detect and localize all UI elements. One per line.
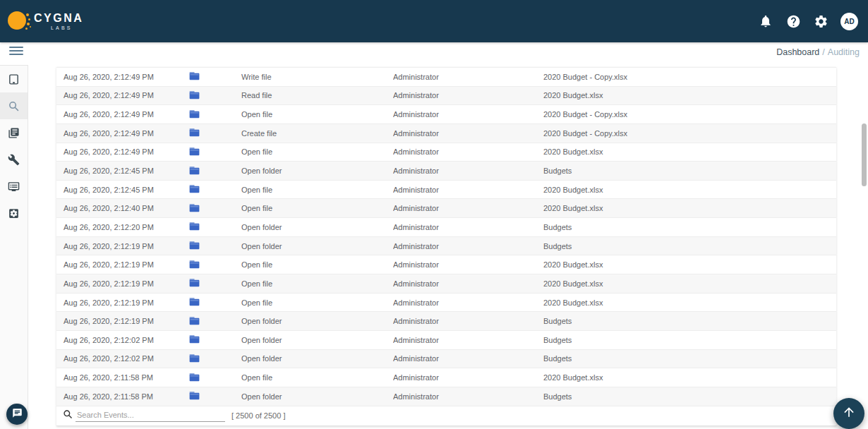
- table-row[interactable]: Aug 26, 2020, 2:12:49 PM Open file Admin…: [56, 143, 836, 162]
- table-row[interactable]: Aug 26, 2020, 2:12:45 PM Open file Admin…: [56, 181, 836, 200]
- folder-icon: [189, 373, 200, 383]
- event-icon-cell: [189, 241, 241, 251]
- breadcrumb-dashboard[interactable]: Dashboard: [776, 47, 819, 57]
- event-target: 2020 Budget - Copy.xlsx: [543, 129, 836, 138]
- table-row[interactable]: Aug 26, 2020, 2:11:58 PM Open file Admin…: [56, 368, 836, 387]
- table-row[interactable]: Aug 26, 2020, 2:12:02 PM Open folder Adm…: [56, 350, 836, 369]
- folder-icon: [189, 260, 200, 270]
- table-row[interactable]: Aug 26, 2020, 2:12:49 PM Read file Admin…: [56, 87, 836, 106]
- app-header: CYGNA LABS AD: [0, 0, 868, 42]
- event-target: 2020 Budget - Copy.xlsx: [543, 110, 836, 119]
- folder-icon: [189, 90, 200, 101]
- event-operation: Open file: [241, 298, 393, 307]
- settings-icon[interactable]: [813, 13, 828, 29]
- table-row[interactable]: Aug 26, 2020, 2:12:19 PM Open file Admin…: [56, 294, 836, 313]
- folder-icon: [189, 241, 200, 251]
- sidebar-item-monitor[interactable]: [0, 173, 28, 200]
- table-row[interactable]: Aug 26, 2020, 2:12:20 PM Open folder Adm…: [56, 218, 836, 237]
- sidebar-item-app-settings[interactable]: [0, 200, 28, 226]
- event-user: Administrator: [393, 354, 543, 363]
- app-settings-icon: [8, 207, 20, 219]
- sidebar-item-devices[interactable]: [0, 66, 28, 92]
- event-target: Budgets: [543, 392, 836, 401]
- table-row[interactable]: Aug 26, 2020, 2:12:40 PM Open file Admin…: [56, 199, 836, 218]
- event-icon-cell: [189, 184, 241, 195]
- folder-icon: [189, 184, 200, 195]
- event-operation: Open folder: [241, 354, 393, 363]
- user-avatar[interactable]: AD: [840, 13, 858, 30]
- event-operation: Write file: [241, 73, 393, 81]
- event-icon-cell: [189, 147, 241, 157]
- table-row[interactable]: Aug 26, 2020, 2:12:49 PM Create file Adm…: [56, 124, 836, 143]
- event-target: 2020 Budget.xlsx: [543, 147, 836, 156]
- event-operation: Open folder: [241, 167, 393, 175]
- event-user: Administrator: [393, 204, 543, 212]
- event-operation: Open file: [241, 204, 393, 212]
- table-row[interactable]: Aug 26, 2020, 2:12:19 PM Open file Admin…: [56, 274, 836, 294]
- event-timestamp: Aug 26, 2020, 2:12:49 PM: [56, 147, 189, 156]
- event-timestamp: Aug 26, 2020, 2:12:19 PM: [56, 298, 189, 307]
- sidebar-item-tools[interactable]: [0, 146, 28, 173]
- event-target: 2020 Budget.xlsx: [543, 186, 836, 194]
- event-icon-cell: [189, 391, 241, 401]
- folder-icon: [189, 354, 200, 364]
- event-target: Budgets: [543, 242, 836, 250]
- event-user: Administrator: [393, 392, 543, 401]
- search-events-input[interactable]: [76, 409, 225, 422]
- event-operation: Read file: [241, 91, 393, 99]
- event-timestamp: Aug 26, 2020, 2:12:49 PM: [56, 91, 189, 99]
- event-icon-cell: [189, 297, 241, 308]
- event-timestamp: Aug 26, 2020, 2:12:49 PM: [56, 110, 189, 119]
- event-user: Administrator: [393, 279, 543, 288]
- folder-icon: [189, 316, 200, 327]
- event-user: Administrator: [393, 336, 543, 344]
- event-timestamp: Aug 26, 2020, 2:12:45 PM: [56, 186, 189, 194]
- event-user: Administrator: [393, 110, 543, 119]
- vertical-scrollbar-thumb[interactable]: [862, 123, 867, 186]
- table-row[interactable]: Aug 26, 2020, 2:12:19 PM Open file Admin…: [56, 255, 836, 274]
- table-row[interactable]: Aug 26, 2020, 2:12:19 PM Open folder Adm…: [56, 312, 836, 331]
- chat-button[interactable]: [6, 404, 28, 425]
- arrow-up-icon: [842, 405, 856, 422]
- event-operation: Open file: [241, 147, 393, 156]
- result-count: [ 2500 of 2500 ]: [231, 411, 285, 420]
- event-timestamp: Aug 26, 2020, 2:12:20 PM: [56, 223, 189, 231]
- table-row[interactable]: Aug 26, 2020, 2:12:45 PM Open folder Adm…: [56, 162, 836, 181]
- app-window: CYGNA LABS AD Dashboard/Auditing: [0, 0, 868, 429]
- table-row[interactable]: Aug 26, 2020, 2:12:49 PM Write file Admi…: [56, 68, 836, 87]
- event-user: Administrator: [393, 147, 543, 156]
- sidebar-item-search[interactable]: [0, 92, 28, 119]
- folder-icon: [189, 278, 200, 289]
- event-timestamp: Aug 26, 2020, 2:11:58 PM: [56, 373, 189, 382]
- event-target: Budgets: [543, 317, 836, 325]
- event-user: Administrator: [393, 242, 543, 250]
- folder-icon: [189, 297, 200, 308]
- help-icon[interactable]: [785, 13, 801, 29]
- event-timestamp: Aug 26, 2020, 2:12:19 PM: [56, 242, 189, 250]
- event-icon-cell: [189, 373, 241, 383]
- event-icon-cell: [189, 128, 241, 138]
- table-row[interactable]: Aug 26, 2020, 2:12:02 PM Open folder Adm…: [56, 331, 836, 350]
- event-user: Administrator: [393, 167, 543, 175]
- notifications-icon[interactable]: [758, 13, 773, 29]
- table-row[interactable]: Aug 26, 2020, 2:12:49 PM Open file Admin…: [56, 105, 836, 124]
- tools-icon: [8, 154, 20, 166]
- scroll-to-top-button[interactable]: [833, 398, 864, 429]
- sidebar-nav: [0, 65, 28, 429]
- menu-icon[interactable]: [9, 47, 23, 58]
- folder-icon: [189, 109, 200, 120]
- table-row[interactable]: Aug 26, 2020, 2:11:58 PM Open folder Adm…: [56, 387, 836, 406]
- event-target: Budgets: [543, 336, 836, 344]
- event-timestamp: Aug 26, 2020, 2:12:45 PM: [56, 167, 189, 175]
- breadcrumb: Dashboard/Auditing: [776, 47, 860, 57]
- event-operation: Open file: [241, 110, 393, 119]
- reports-icon: [8, 127, 20, 139]
- event-operation: Open file: [241, 279, 393, 288]
- folder-icon: [189, 222, 200, 232]
- sidebar-item-reports[interactable]: [0, 119, 28, 146]
- event-icon-cell: [189, 203, 241, 214]
- event-timestamp: Aug 26, 2020, 2:12:19 PM: [56, 279, 189, 288]
- table-row[interactable]: Aug 26, 2020, 2:12:19 PM Open folder Adm…: [56, 237, 836, 256]
- event-user: Administrator: [393, 317, 543, 325]
- folder-icon: [189, 391, 200, 401]
